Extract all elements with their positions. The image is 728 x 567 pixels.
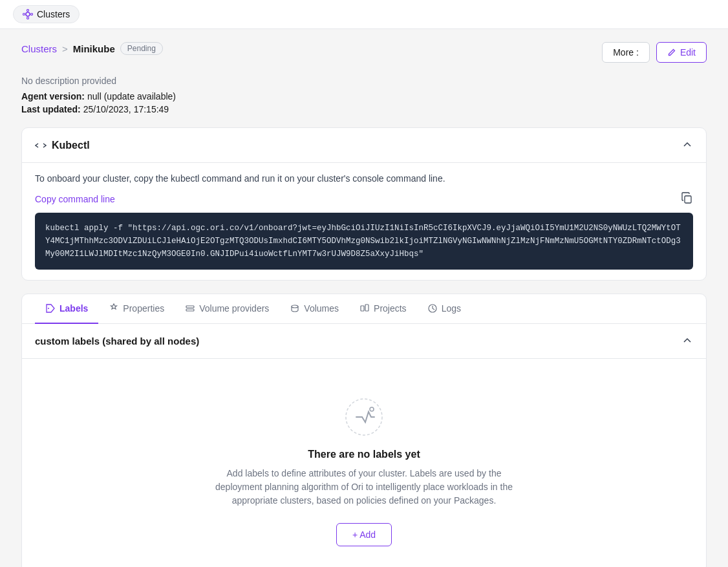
kubectl-description: To onboard your cluster, copy the kubect… — [35, 173, 693, 184]
kubectl-collapse-icon[interactable] — [681, 138, 693, 152]
empty-labels-icon — [345, 398, 383, 438]
agent-version-value: null (update available) — [87, 91, 176, 102]
properties-icon — [109, 303, 119, 314]
more-button[interactable]: More : — [602, 42, 650, 63]
tab-properties[interactable]: Properties — [98, 294, 175, 324]
svg-point-0 — [26, 12, 30, 16]
labels-empty-state: There are no labels yet Add labels to de… — [22, 359, 706, 567]
last-updated-label: Last updated: — [21, 104, 81, 114]
meta-description: No description provided — [21, 76, 707, 86]
svg-rect-7 — [186, 306, 194, 308]
kubectl-command: kubectl apply -f "https://api.ogc.ori.co… — [35, 213, 693, 270]
copy-command-link[interactable]: Copy command line — [35, 194, 115, 204]
empty-labels-desc: Add labels to define attributes of your … — [202, 467, 526, 508]
meta-section: No description provided Agent version: n… — [21, 76, 707, 114]
tab-volumes[interactable]: Volumes — [279, 294, 349, 324]
logs-icon — [427, 303, 438, 314]
kubectl-card-header: Kubectl — [22, 128, 706, 163]
svg-point-1 — [27, 10, 29, 12]
last-updated-value: 25/10/2023, 17:15:49 — [83, 104, 169, 114]
copy-command-row: Copy command line — [35, 191, 693, 206]
volumes-icon — [290, 303, 300, 314]
labels-card: Labels Properties Volume providers — [21, 294, 707, 567]
tab-labels[interactable]: Labels — [35, 294, 98, 324]
agent-version-row: Agent version: null (update available) — [21, 91, 707, 102]
copy-icon[interactable] — [680, 191, 693, 206]
svg-rect-10 — [361, 306, 364, 311]
agent-version-label: Agent version: — [21, 91, 85, 102]
top-bar: Clusters — [0, 0, 728, 29]
tabs-bar: Labels Properties Volume providers — [22, 294, 706, 324]
breadcrumb-separator: > — [62, 43, 68, 54]
pencil-icon — [667, 48, 676, 57]
svg-point-3 — [23, 14, 25, 16]
svg-rect-8 — [186, 309, 194, 311]
clusters-topbar-button[interactable]: Clusters — [13, 5, 80, 23]
breadcrumb: Clusters > Minikube Pending — [21, 42, 163, 55]
labels-collapse-icon[interactable] — [681, 334, 693, 348]
status-badge: Pending — [120, 42, 163, 55]
kubectl-card: Kubectl To onboard your cluster, copy th… — [21, 127, 707, 281]
tab-logs[interactable]: Logs — [417, 294, 471, 324]
projects-icon — [359, 303, 370, 314]
labels-section-title: custom labels (shared by all nodes) — [35, 336, 199, 347]
volume-providers-icon — [185, 303, 195, 314]
code-icon — [35, 140, 47, 151]
svg-point-9 — [292, 305, 298, 308]
breadcrumb-current: Minikube — [73, 43, 115, 54]
tab-projects[interactable]: Projects — [349, 294, 417, 324]
kubectl-title: Kubectl — [35, 140, 90, 151]
cluster-icon — [23, 9, 33, 19]
label-icon — [45, 303, 56, 314]
empty-labels-title: There are no labels yet — [308, 449, 420, 460]
svg-rect-5 — [685, 196, 691, 203]
labels-section-header: custom labels (shared by all nodes) — [22, 324, 706, 359]
svg-point-14 — [370, 407, 374, 411]
svg-point-2 — [27, 17, 29, 19]
add-label-button[interactable]: + Add — [336, 523, 392, 546]
svg-rect-11 — [365, 305, 369, 311]
svg-point-6 — [48, 308, 49, 309]
edit-button[interactable]: Edit — [656, 42, 707, 63]
breadcrumb-clusters-link[interactable]: Clusters — [21, 43, 57, 54]
svg-point-13 — [346, 399, 382, 435]
clusters-topbar-label: Clusters — [37, 9, 70, 19]
svg-point-4 — [31, 14, 33, 16]
tab-volume-providers[interactable]: Volume providers — [175, 294, 279, 324]
header-row: Clusters > Minikube Pending More : Edit — [21, 42, 707, 65]
header-actions: More : Edit — [602, 42, 707, 63]
kubectl-card-body: To onboard your cluster, copy the kubect… — [22, 163, 706, 280]
last-updated-row: Last updated: 25/10/2023, 17:15:49 — [21, 104, 707, 114]
